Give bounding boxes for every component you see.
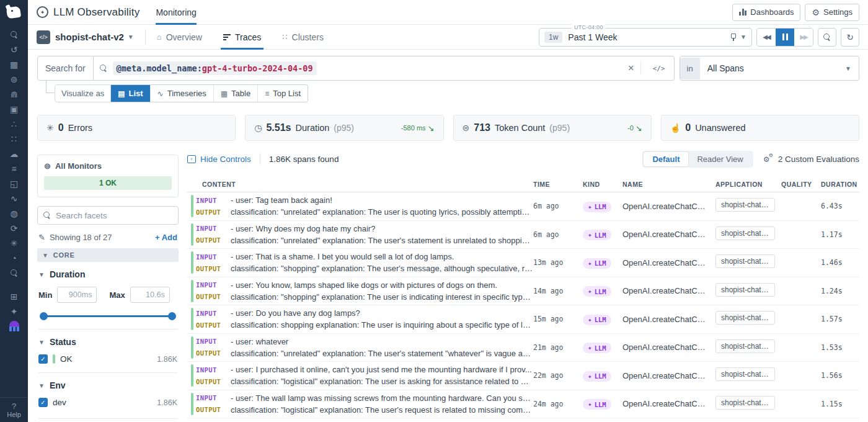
row-span-name: OpenAI.createChatComple [622, 399, 715, 408]
llm-observability-icon[interactable]: ⟳ [0, 221, 28, 236]
rewind-button[interactable]: ◀◀ [757, 29, 776, 46]
error-tracking-icon[interactable]: ✳ [0, 236, 28, 251]
datadog-logo[interactable] [6, 5, 23, 21]
slider-handle-min[interactable] [40, 312, 48, 320]
monitors-ok-bar[interactable]: 1 OK [44, 176, 172, 190]
timezone-label: UTC-04:00 [572, 24, 606, 30]
time-range-selector[interactable]: UTC-04:00 1w Past 1 Week ▼ [539, 28, 752, 47]
fast-forward-button[interactable]: ▶▶ [794, 29, 813, 46]
row-application-badge[interactable]: shopist-chat-v2 [715, 311, 775, 325]
table-row[interactable]: INPUT- user: You know, lamps shaped like… [187, 277, 859, 306]
checkbox-checked[interactable]: ✓ [38, 398, 48, 407]
row-application-badge[interactable]: shopist-chat-v2 [715, 396, 775, 410]
viz-toplist-button[interactable]: ≡Top List [258, 85, 308, 102]
col-name[interactable]: NAME [622, 181, 715, 188]
scope-dropdown[interactable]: in All Spans ▼ [680, 56, 859, 81]
tab-clusters[interactable]: ∷ Clusters [282, 25, 324, 50]
col-content[interactable]: CONTENT [196, 181, 533, 188]
col-time[interactable]: TIME [533, 181, 583, 188]
table-row[interactable]: INPUT- user: whatever OUTPUTclassificati… [187, 334, 859, 362]
hide-controls-button[interactable]: ‹ Hide Controls [187, 155, 251, 164]
help-button[interactable]: ? Help [0, 397, 28, 418]
facet-env-header[interactable]: ▼ Env [38, 380, 177, 390]
token-count-metric-card[interactable]: ⊜ 713Token Count(p95) -0↘ [453, 115, 652, 141]
apm-icon[interactable]: ∿ [0, 191, 28, 206]
tab-monitoring[interactable]: Monitoring [156, 0, 196, 25]
software-catalog-icon[interactable]: ▣ [0, 102, 28, 117]
clear-search-icon[interactable]: × [622, 62, 641, 74]
duration-min-input[interactable] [57, 287, 97, 303]
search-facets-input[interactable]: Search facets [37, 206, 179, 225]
recents-icon[interactable]: ↺ [0, 42, 28, 57]
pause-button[interactable] [776, 29, 794, 46]
chevron-down-icon[interactable]: ▼ [740, 34, 746, 40]
col-duration[interactable]: DURATION [821, 181, 868, 188]
add-facet-button[interactable]: + Add [155, 233, 177, 242]
table-row[interactable]: INPUT- user: I purchased it online, can'… [187, 362, 859, 390]
all-monitors-card[interactable]: ⊚All Monitors 1 OK [37, 155, 179, 197]
zoom-out-button[interactable] [818, 28, 836, 47]
code-view-icon[interactable]: </> [647, 65, 668, 73]
core-group-header[interactable]: ▼ CORE [37, 248, 179, 262]
chevron-down-icon[interactable]: ▼ [128, 34, 134, 40]
input-label: INPUT [196, 338, 231, 345]
search-input[interactable]: @meta.model_name:gpt-4-turbo-2024-04-09 … [94, 56, 675, 81]
service-map-icon[interactable]: ∴ [0, 117, 28, 132]
dashboards-button[interactable]: Dashboards [732, 4, 800, 21]
monitors-icon[interactable]: ⊚ [0, 72, 28, 87]
duration-range-slider[interactable] [40, 312, 176, 320]
table-row[interactable]: INPUT- user: The wall lamp was missing s… [187, 390, 859, 419]
slider-handle-max[interactable] [168, 312, 176, 320]
facet-status-ok[interactable]: ✓ OK 1.86K [38, 354, 177, 364]
llm-observability-active-icon[interactable] [0, 319, 28, 334]
row-application-badge[interactable]: shopist-chat-v2 [715, 254, 775, 268]
row-application-badge[interactable]: shopist-chat-v2 [715, 198, 775, 212]
rum-icon[interactable]: ◱ [0, 176, 28, 191]
log-explorer-icon[interactable] [0, 266, 28, 281]
checkbox-checked[interactable]: ✓ [38, 354, 48, 364]
search-icon[interactable] [0, 27, 28, 42]
integrations-icon[interactable]: ⊞ [0, 289, 28, 304]
col-application[interactable]: APPLICATION [715, 181, 781, 188]
facet-duration-header[interactable]: ▼ Duration [38, 269, 177, 279]
duration-max-input[interactable] [130, 287, 170, 303]
table-row[interactable]: INPUT- user: Why does my dog hate my cha… [187, 221, 859, 249]
application-selector[interactable]: shopist-chat-v2 [55, 32, 124, 42]
col-kind[interactable]: KIND [583, 181, 622, 188]
viz-list-button[interactable]: ▤List [111, 85, 150, 102]
row-application-badge[interactable]: shopist-chat-v2 [715, 283, 775, 297]
watchdog-icon[interactable]: ⋒ [0, 87, 28, 102]
table-row[interactable]: INPUT- user: Do you have any dog lamps? … [187, 305, 859, 334]
cloud-cost-icon[interactable]: ☁ [0, 146, 28, 161]
clusters-icon[interactable]: ∷ [0, 132, 28, 146]
custom-evaluations-button[interactable]: ⚙⚙ 2 Custom Evaluations [763, 155, 859, 164]
errors-metric-card[interactable]: ✳ 0Errors [37, 115, 236, 141]
refresh-button[interactable]: ↻ [841, 28, 859, 47]
profiling-icon[interactable]: ◔ [0, 251, 28, 266]
row-application-badge[interactable]: shopist-chat-v2 [715, 367, 775, 381]
view-default-button[interactable]: Default [644, 152, 688, 166]
dashboards-icon[interactable]: ▦ [0, 57, 28, 72]
duration-metric-card[interactable]: ◷ 5.51sDuration(p95) -580 ms↘ [245, 115, 443, 141]
settings-button[interactable]: ⚙ Settings [805, 4, 859, 21]
output-label: OUTPUT [196, 406, 231, 413]
row-application-badge[interactable]: shopist-chat-v2 [715, 227, 775, 240]
row-application-badge[interactable]: shopist-chat-v2 [715, 339, 775, 353]
viz-timeseries-button[interactable]: ∿Timeseries [151, 85, 214, 102]
tab-overview[interactable]: ⌂ Overview [157, 25, 202, 50]
facet-status-header[interactable]: ▼ Status [38, 337, 177, 347]
security-icon[interactable]: ◍ [0, 206, 28, 221]
col-quality[interactable]: QUALITY [781, 181, 821, 188]
traces-icon[interactable]: ≡ [0, 161, 28, 176]
table-row[interactable]: INPUT- user: That is a shame. I bet you … [187, 249, 859, 277]
viz-table-button[interactable]: ▦Table [214, 85, 258, 102]
edit-facets-icon[interactable]: ✎ [38, 233, 45, 242]
view-reader-button[interactable]: Reader View [688, 152, 751, 166]
table-row[interactable]: INPUT- user: Tag team back again! OUTPUT… [187, 192, 859, 221]
bits-ai-icon[interactable]: ✦ [0, 304, 28, 319]
facet-env-dev[interactable]: ✓ dev 1.86K [38, 398, 177, 407]
tab-traces[interactable]: Traces [223, 25, 261, 50]
unanswered-metric-card[interactable]: ☝ 0Unanswered [661, 115, 859, 141]
pin-icon[interactable] [730, 33, 737, 41]
query-token[interactable]: @meta.model_name:gpt-4-turbo-2024-04-09 [113, 61, 317, 75]
